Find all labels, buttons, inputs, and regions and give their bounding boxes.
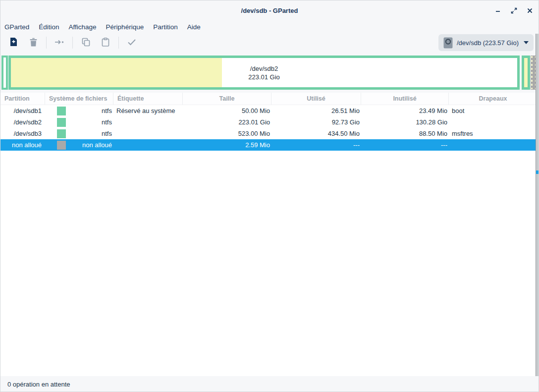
gparted-window: /dev/sdb - GParted GPartedÉditionAfficha… bbox=[0, 0, 539, 392]
column-header-inutilise: Inutilisé bbox=[361, 93, 449, 105]
table-row[interactable]: non allouénon alloué2.59 Mio------ bbox=[0, 139, 537, 151]
diskbar-partition-name: /dev/sdb2 bbox=[250, 65, 278, 72]
copy-icon bbox=[82, 38, 90, 48]
cell-flags bbox=[449, 116, 537, 128]
cell-unused: 88.50 Mio bbox=[361, 128, 449, 139]
cell-flags: boot bbox=[449, 105, 537, 116]
toolbar-separator bbox=[46, 37, 47, 49]
selection-hatch bbox=[531, 56, 533, 89]
cell-used: 26.51 Mio bbox=[271, 105, 361, 116]
table-body: /dev/sdb1ntfsRéservé au système50.00 Mio… bbox=[0, 105, 537, 151]
device-selector[interactable]: /dev/sdb (223.57 Gio) bbox=[438, 34, 534, 51]
column-header-utilise: Utilisé bbox=[271, 93, 361, 105]
filesystem-color-swatch bbox=[57, 129, 66, 138]
table-row[interactable]: /dev/sdb1ntfsRéservé au système50.00 Mio… bbox=[0, 105, 537, 116]
table-row[interactable]: /dev/sdb2ntfs223.01 Gio92.73 Gio130.28 G… bbox=[0, 116, 537, 128]
menubar: GPartedÉditionAffichagePériphériqueParti… bbox=[0, 20, 539, 33]
cell-filesystem: ntfs bbox=[45, 116, 113, 128]
toolbar: /dev/sdb (223.57 Gio) bbox=[0, 33, 539, 52]
cell-size: 50.00 Mio bbox=[183, 105, 271, 116]
drive-icon bbox=[443, 37, 453, 49]
cell-size: 2.59 Mio bbox=[183, 139, 271, 151]
cell-partition: /dev/sdb1 bbox=[0, 105, 45, 116]
menu-item-edition[interactable]: Édition bbox=[38, 22, 59, 32]
column-header-systeme-de-fichiers: Système de fichiers bbox=[45, 93, 113, 105]
filesystem-name: ntfs bbox=[66, 107, 112, 114]
filesystem-name: ntfs bbox=[66, 118, 112, 126]
menu-item-aide[interactable]: Aide bbox=[187, 22, 201, 32]
resize-arrow-icon bbox=[54, 39, 64, 47]
window-title: /dev/sdb - GParted bbox=[241, 7, 298, 14]
statusbar: 0 opération en attente bbox=[0, 376, 539, 392]
column-header-drapeaux: Drapeaux bbox=[449, 93, 537, 105]
partition-table: PartitionSystème de fichiersÉtiquetteTai… bbox=[0, 93, 537, 376]
paste-icon bbox=[102, 38, 109, 48]
table-header: PartitionSystème de fichiersÉtiquetteTai… bbox=[0, 93, 537, 105]
menu-item-affichage[interactable]: Affichage bbox=[68, 22, 97, 32]
cell-label bbox=[113, 128, 183, 139]
menu-item-partition[interactable]: Partition bbox=[153, 22, 178, 32]
filesystem-color-swatch bbox=[57, 107, 66, 115]
filesystem-color-swatch bbox=[57, 118, 66, 127]
restore-button[interactable] bbox=[508, 4, 520, 16]
close-icon bbox=[527, 8, 533, 13]
cell-filesystem: ntfs bbox=[45, 105, 113, 116]
cell-label: Réservé au système bbox=[113, 105, 183, 116]
checkmark-icon bbox=[127, 39, 136, 47]
restore-icon bbox=[511, 7, 517, 14]
cell-used: 434.50 Mio bbox=[271, 128, 361, 139]
diskbar-segment-sdb1[interactable] bbox=[1, 56, 8, 90]
pending-operations-text: 0 opération en attente bbox=[7, 381, 70, 388]
cell-partition: /dev/sdb3 bbox=[0, 128, 45, 139]
scrollbar[interactable] bbox=[536, 34, 539, 376]
copy-partition-button[interactable] bbox=[77, 35, 94, 50]
cell-unused: --- bbox=[361, 139, 449, 151]
column-header-partition: Partition bbox=[0, 93, 45, 105]
cell-size: 223.01 Gio bbox=[183, 116, 271, 128]
chevron-down-icon bbox=[524, 41, 529, 44]
filesystem-name: ntfs bbox=[66, 130, 112, 137]
cell-used: --- bbox=[271, 139, 361, 151]
close-button[interactable] bbox=[524, 4, 536, 16]
menu-item-gparted[interactable]: GParted bbox=[4, 22, 30, 32]
cell-flags bbox=[449, 139, 537, 151]
paste-partition-button[interactable] bbox=[97, 35, 114, 50]
column-header-taille: Taille bbox=[183, 93, 271, 105]
toolbar-separator bbox=[72, 37, 73, 49]
disk-visual-bar: /dev/sdb2 223.01 Gio bbox=[0, 56, 539, 90]
column-header-etiquette: Étiquette bbox=[113, 93, 183, 105]
minimize-button[interactable] bbox=[492, 4, 504, 16]
diskbar-segment-sdb3[interactable] bbox=[522, 56, 530, 90]
new-partition-button[interactable] bbox=[5, 35, 22, 50]
cell-unused: 130.28 Gio bbox=[361, 116, 449, 128]
titlebar: /dev/sdb - GParted bbox=[0, 0, 539, 20]
apply-operations-button[interactable] bbox=[123, 35, 140, 50]
cell-size: 523.00 Mio bbox=[183, 128, 271, 139]
scrollbar-marker bbox=[536, 170, 539, 174]
filesystem-color-swatch bbox=[57, 141, 66, 150]
cell-used: 92.73 Gio bbox=[271, 116, 361, 128]
cell-partition: non alloué bbox=[0, 139, 45, 151]
diskbar-segment-sdb2[interactable]: /dev/sdb2 223.01 Gio bbox=[8, 56, 520, 90]
cell-unused: 23.49 Mio bbox=[361, 105, 449, 116]
toolbar-separator bbox=[118, 37, 119, 49]
diskbar-partition-size: 223.01 Gio bbox=[248, 73, 280, 81]
menu-item-peripherique[interactable]: Périphérique bbox=[106, 22, 145, 32]
cell-filesystem: non alloué bbox=[45, 139, 113, 151]
cell-partition: /dev/sdb2 bbox=[0, 116, 45, 128]
cell-flags: msftres bbox=[449, 128, 537, 139]
window-controls bbox=[492, 0, 536, 20]
cell-filesystem: ntfs bbox=[45, 128, 113, 139]
filesystem-name: non alloué bbox=[66, 141, 112, 149]
minimize-icon bbox=[495, 7, 501, 13]
cell-label bbox=[113, 139, 183, 151]
cell-label bbox=[113, 116, 183, 128]
device-selector-value: /dev/sdb (223.57 Gio) bbox=[457, 39, 519, 47]
new-partition-icon bbox=[9, 37, 18, 48]
delete-partition-button[interactable] bbox=[25, 35, 42, 50]
diskbar-segment-label: /dev/sdb2 223.01 Gio bbox=[11, 58, 517, 87]
resize-move-button[interactable] bbox=[51, 35, 68, 50]
trash-icon bbox=[29, 38, 38, 48]
table-row[interactable]: /dev/sdb3ntfs523.00 Mio434.50 Mio88.50 M… bbox=[0, 128, 537, 139]
